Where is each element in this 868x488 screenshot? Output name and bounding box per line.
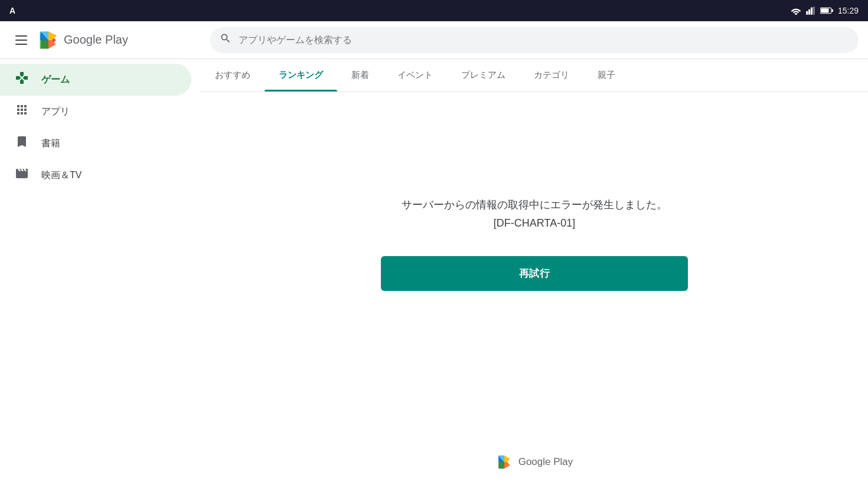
hamburger-line-1 xyxy=(15,35,27,37)
svg-rect-3 xyxy=(813,6,815,15)
tab-ranking[interactable]: ランキング xyxy=(265,59,337,91)
sidebar-item-movies[interactable]: 映画＆TV xyxy=(0,159,191,191)
wifi-icon xyxy=(791,6,801,15)
clock: 15:29 xyxy=(838,6,859,15)
games-icon xyxy=(14,71,30,89)
apps-icon xyxy=(14,103,30,120)
search-input[interactable] xyxy=(239,35,849,45)
sidebar-item-games[interactable]: ゲーム xyxy=(0,64,191,96)
error-section: サーバーからの情報の取得中にエラーが発生しました。 [DF-CHARTA-01]… xyxy=(201,92,868,442)
battery-icon xyxy=(820,6,833,15)
sidebar-item-movies-label: 映画＆TV xyxy=(41,169,81,182)
svg-rect-6 xyxy=(832,9,833,12)
play-logo-icon xyxy=(38,30,59,51)
status-bar: A 15:29 xyxy=(0,0,868,21)
tab-events[interactable]: イベント xyxy=(383,59,447,91)
google-play-logo: Google Play xyxy=(38,30,128,51)
sidebar-item-books[interactable]: 書籍 xyxy=(0,127,191,159)
app-container: Google Play ゲーム xyxy=(0,21,868,488)
movies-icon xyxy=(14,166,30,184)
hamburger-line-3 xyxy=(15,44,27,45)
svg-rect-1 xyxy=(808,9,810,15)
tab-parental[interactable]: 親子 xyxy=(583,59,629,91)
tab-recommended[interactable]: おすすめ xyxy=(201,59,265,91)
tab-categories[interactable]: カテゴリ xyxy=(520,59,583,91)
svg-rect-5 xyxy=(821,8,828,12)
search-bar[interactable] xyxy=(210,27,859,53)
svg-marker-16 xyxy=(48,31,56,40)
error-line1: サーバーからの情報の取得中にエラーが発生しました。 xyxy=(402,196,667,214)
tab-new[interactable]: 新着 xyxy=(337,59,383,91)
body-layout: ゲーム アプリ 書籍 xyxy=(0,59,868,488)
svg-marker-21 xyxy=(504,456,510,462)
search-icon xyxy=(220,32,231,47)
footer-logo: Google Play xyxy=(201,442,868,488)
error-line2: [DF-CHARTA-01] xyxy=(402,214,667,232)
sidebar-item-books-label: 書籍 xyxy=(41,137,60,150)
header-logo-area: Google Play xyxy=(0,28,201,52)
svg-marker-14 xyxy=(41,40,48,48)
sidebar-item-apps[interactable]: アプリ xyxy=(0,96,191,127)
signal-icon xyxy=(806,6,815,15)
header: Google Play xyxy=(0,21,868,59)
footer-play-icon xyxy=(496,454,513,470)
footer-google-play-text: Google Play xyxy=(518,456,573,468)
sidebar-item-games-label: ゲーム xyxy=(41,74,70,86)
svg-marker-17 xyxy=(48,40,56,48)
svg-marker-20 xyxy=(498,462,504,469)
hamburger-line-2 xyxy=(15,40,27,41)
status-bar-left: A xyxy=(9,6,15,15)
hamburger-button[interactable] xyxy=(9,28,33,52)
google-play-text: Google Play xyxy=(64,33,128,47)
a-icon: A xyxy=(9,6,15,15)
main-content: おすすめ ランキング 新着 イベント プレミアム カテゴリ 親子 サーバーからの… xyxy=(201,59,868,488)
books-icon xyxy=(14,135,30,152)
sidebar-item-apps-label: アプリ xyxy=(41,106,70,118)
retry-button[interactable]: 再試行 xyxy=(381,256,688,291)
tab-premium[interactable]: プレミアム xyxy=(447,59,520,91)
svg-marker-22 xyxy=(504,462,510,469)
sidebar: ゲーム アプリ 書籍 xyxy=(0,59,201,488)
error-message: サーバーからの情報の取得中にエラーが発生しました。 [DF-CHARTA-01] xyxy=(402,196,667,232)
tabs-bar: おすすめ ランキング 新着 イベント プレミアム カテゴリ 親子 xyxy=(201,59,868,92)
svg-rect-2 xyxy=(811,8,812,15)
status-bar-right: 15:29 xyxy=(791,6,859,15)
svg-rect-0 xyxy=(806,11,808,15)
